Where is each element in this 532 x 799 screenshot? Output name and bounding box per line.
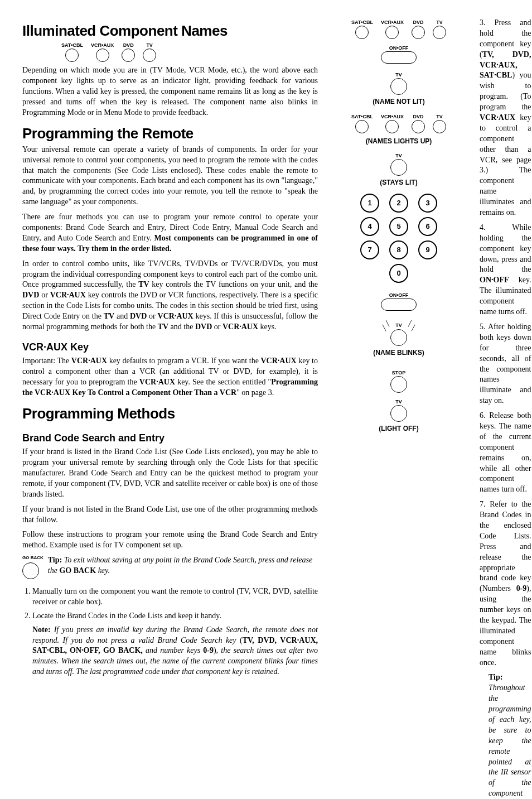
step-6: 6. Release both keys. The name of the cu…	[480, 411, 531, 495]
number-key-1: 1	[360, 194, 379, 213]
sat-cbl-label: SAT•CBL	[61, 42, 83, 49]
brand-code-step-2: Locate the Brand Codes in the Code Lists…	[32, 611, 318, 622]
brand-code-p3: Follow these instructions to program you…	[22, 530, 318, 551]
heading-programming-methods: Programming Methods	[22, 404, 318, 423]
tip-step-7: Tip: Throughout the programming of each …	[489, 672, 531, 799]
stop-label: STOP	[329, 369, 468, 376]
caption-stays-lit: (STAYS LIT)	[329, 178, 468, 187]
vcr-aux-label: VCR•AUX	[91, 42, 114, 49]
prog-remote-p2: There are four methods you can use to pr…	[22, 212, 318, 254]
number-key-6: 6	[418, 217, 437, 236]
onoff-label: ON•OFF	[329, 292, 468, 299]
brand-code-p1: If your brand is listed in the Brand Cod…	[22, 447, 318, 499]
onoff-pill-icon	[381, 299, 417, 311]
tv-icon: TV	[433, 19, 446, 39]
go-back-icon: GO BACK	[22, 555, 43, 579]
sat-cbl-icon: SAT•CBL	[61, 42, 83, 62]
step-4: 4. While holding the component key down,…	[480, 223, 531, 317]
step-5: 5. After holding both keys down for thre…	[480, 322, 531, 406]
number-key-9: 9	[418, 240, 437, 259]
step-3: 3. Press and hold the component key (TV,…	[480, 18, 531, 218]
number-key-2: 2	[389, 194, 408, 213]
number-key-7: 7	[360, 240, 379, 259]
number-key-0: 0	[389, 264, 408, 283]
stop-circle-icon	[390, 376, 407, 393]
tip-go-back: Tip: To exit without saving at any point…	[48, 555, 318, 576]
component-row-diagram-2: SAT•CBL VCR•AUX DVD TV	[329, 113, 468, 133]
tv-blink-icon: ╲ ╲ ╱ ╱ TV	[390, 322, 407, 345]
tv-label: TV	[329, 71, 468, 78]
number-key-3: 3	[418, 194, 437, 213]
brand-code-step-1: Manually turn on the component you want …	[32, 586, 318, 608]
component-key-row: SAT•CBL VCR•AUX DVD TV	[61, 42, 318, 62]
brand-code-steps: Manually turn on the component you want …	[22, 586, 318, 622]
tv-label: TV	[146, 42, 153, 49]
sat-cbl-icon: SAT•CBL	[351, 19, 373, 39]
tv-circle-icon	[390, 405, 407, 422]
go-back-label: GO BACK	[22, 555, 43, 561]
note-invalid-key: Note: If you press an invalid key during…	[32, 625, 318, 677]
prog-remote-p1: Your universal remote can operate a vari…	[22, 145, 318, 208]
dvd-icon: DVD	[412, 19, 425, 39]
caption-name-not-lit: (NAME NOT LIT)	[329, 97, 468, 106]
tv-icon: TV	[143, 42, 156, 62]
vcr-aux-p1: Important: The VCR·AUX key defaults to p…	[22, 356, 318, 398]
number-row-3: 7 8 9	[329, 240, 468, 259]
onoff-pill-icon	[381, 51, 417, 64]
caption-name-blinks: (NAME BLINKS)	[329, 348, 468, 357]
onoff-label: ON•OFF	[329, 45, 468, 51]
tv-label: TV	[329, 152, 468, 159]
brand-code-p2: If your brand is not listed in the Brand…	[22, 504, 318, 526]
number-row-4: 0	[329, 264, 468, 283]
illuminated-paragraph: Depending on which mode you are in (TV M…	[22, 65, 318, 118]
dvd-icon: DVD	[122, 42, 135, 62]
number-key-4: 4	[360, 217, 379, 236]
heading-vcr-aux: VCR·AUX Key	[22, 340, 318, 354]
number-key-8: 8	[389, 240, 408, 259]
vcr-aux-icon: VCR•AUX	[91, 42, 114, 62]
heading-brand-code: Brand Code Search and Entry	[22, 431, 318, 445]
tv-circle-icon	[390, 159, 407, 176]
tv-circle-icon	[390, 78, 407, 95]
prog-remote-p3: In order to control combo units, like TV…	[22, 259, 318, 333]
tv-label: TV	[329, 398, 468, 405]
vcr-aux-icon: VCR•AUX	[381, 19, 404, 39]
component-row-diagram: SAT•CBL VCR•AUX DVD TV	[329, 19, 468, 39]
number-row-2: 4 5 6	[329, 217, 468, 236]
caption-light-off: (LIGHT OFF)	[329, 424, 468, 433]
number-row-1: 1 2 3	[329, 194, 468, 213]
step-7: 7. Refer to the Brand Codes in the enclo…	[480, 499, 531, 668]
number-key-5: 5	[389, 217, 408, 236]
caption-names-lights-up: (NAMES LIGHTS UP)	[329, 137, 468, 146]
heading-illuminated: Illuminated Component Names	[22, 21, 318, 41]
dvd-label: DVD	[123, 42, 134, 49]
heading-programming-remote: Programming the Remote	[22, 124, 318, 143]
